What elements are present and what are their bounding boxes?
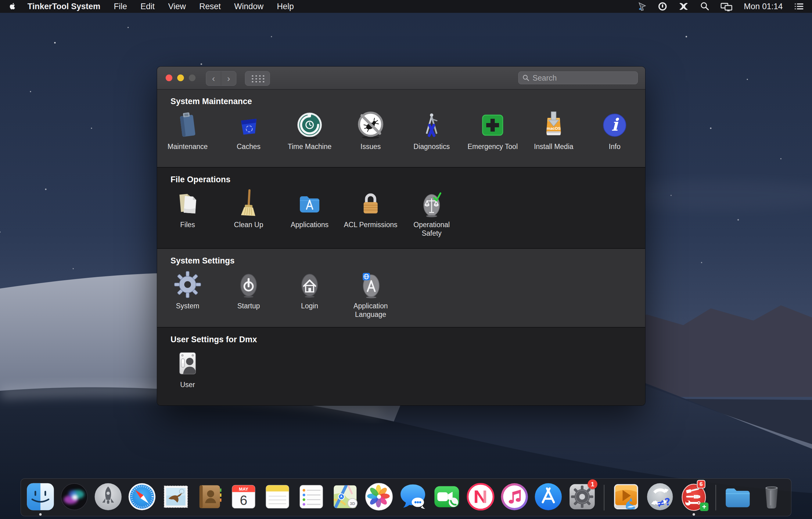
desktop: TinkerTool System FileEditViewResetWindo… (0, 0, 812, 519)
user-icon (173, 349, 202, 378)
dock-item-media-converter[interactable] (611, 479, 641, 516)
section-item-grid: SystemStartupLoginApplication Language (157, 270, 645, 319)
back-button[interactable]: ‹ (206, 72, 221, 85)
notification-list-icon[interactable] (794, 2, 804, 11)
dock-item-launchpad[interactable] (93, 479, 123, 516)
section-item-grid: User (157, 349, 645, 389)
menu-file[interactable]: File (114, 2, 127, 11)
pane-item-label: ACL Permissions (340, 220, 401, 229)
tinkertool-window: ‹ › System MaintenanceMaintenanceCachesT… (157, 66, 645, 405)
menu-reset[interactable]: Reset (199, 2, 221, 11)
pane-item-info[interactable]: iInfo (584, 111, 645, 151)
pane-item-applications[interactable]: Applications (279, 189, 340, 238)
section-title: System Maintenance (157, 89, 645, 106)
dock-item-messages[interactable] (398, 479, 428, 516)
dock-item-news[interactable] (465, 479, 496, 516)
apple-menu-icon[interactable] (8, 1, 17, 11)
pane-item-label: Caches (218, 142, 279, 151)
pointer-tool-icon[interactable] (637, 2, 647, 11)
section-system-maintenance: System MaintenanceMaintenanceCachesTime … (157, 89, 645, 167)
traffic-lights (166, 75, 196, 81)
svg-text:6: 6 (240, 493, 248, 508)
pane-item-system[interactable]: System (157, 270, 218, 319)
antivirus-x-icon[interactable] (678, 2, 689, 11)
dock-item-notes[interactable] (262, 479, 293, 516)
dock-item-itunes[interactable] (499, 479, 530, 516)
menubar: TinkerTool System FileEditViewResetWindo… (0, 0, 812, 13)
dock-item-contacts[interactable] (195, 479, 225, 516)
pane-item-application-language[interactable]: Application Language (340, 270, 401, 319)
section-title: File Operations (157, 168, 645, 184)
pane-item-emergency-tool[interactable]: Emergency Tool (462, 111, 523, 151)
pane-item-files[interactable]: Files (157, 189, 218, 238)
dock-item-downloads-folder[interactable] (723, 479, 753, 516)
emergency-tool-icon (478, 111, 507, 140)
plus-badge: + (700, 502, 708, 511)
pane-item-label: Time Machine (279, 142, 340, 151)
clean-up-icon (234, 189, 263, 218)
section-system-settings: System SettingsSystemStartupLoginApplica… (157, 248, 645, 327)
pane-item-label: Startup (218, 302, 279, 310)
pane-item-label: Applications (279, 220, 340, 229)
dock-item-mail[interactable] (161, 479, 191, 516)
dock-item-trash[interactable] (756, 479, 787, 516)
minimize-button[interactable] (177, 75, 184, 81)
pane-item-issues[interactable]: Issues (340, 111, 401, 151)
pane-item-diagnostics[interactable]: Diagnostics (401, 111, 462, 151)
dock-item-siri[interactable] (59, 479, 90, 516)
window-titlebar[interactable]: ‹ › (157, 66, 645, 89)
pane-item-label: System (157, 302, 218, 310)
dock-divider (716, 485, 716, 511)
application-language-icon (356, 270, 385, 299)
pane-item-acl-permissions[interactable]: ACL Permissions (340, 189, 401, 238)
spotlight-search-icon[interactable] (700, 2, 709, 11)
pane-item-time-machine[interactable]: Time Machine (279, 111, 340, 151)
pane-item-maintenance[interactable]: Maintenance (157, 111, 218, 151)
menu-window[interactable]: Window (234, 2, 264, 11)
pane-item-startup[interactable]: Startup (218, 270, 279, 319)
dock-item-facetime[interactable] (432, 479, 462, 516)
svg-text:macOS: macOS (547, 126, 561, 131)
menu-view[interactable]: View (168, 2, 186, 11)
dock-item-reminders[interactable] (296, 479, 327, 516)
close-button[interactable] (166, 75, 172, 81)
pane-item-caches[interactable]: Caches (218, 111, 279, 151)
dock-item-app-store[interactable] (533, 479, 564, 516)
show-all-panes-button[interactable] (245, 71, 270, 86)
pane-item-label: Diagnostics (401, 142, 462, 151)
dock-item-sync-utility[interactable]: ≠? (645, 479, 675, 516)
dock-item-tinkertool-system[interactable]: 6+ (679, 479, 709, 516)
section-item-grid: MaintenanceCachesTime MachineIssuesDiagn… (157, 111, 645, 151)
issues-icon (356, 111, 385, 140)
menubar-clock[interactable]: Mon 01:14 (744, 2, 783, 11)
acl-permissions-icon (356, 189, 385, 218)
history-nav: ‹ › (206, 71, 236, 86)
running-indicator (39, 513, 42, 516)
notification-badge: 1 (588, 479, 598, 489)
time-machine-icon (295, 111, 324, 140)
pane-item-login[interactable]: Login (279, 270, 340, 319)
menu-help[interactable]: Help (277, 2, 294, 11)
screen-mirroring-icon[interactable] (721, 2, 733, 11)
dock-item-photos[interactable] (364, 479, 395, 516)
pane-item-clean-up[interactable]: Clean Up (218, 189, 279, 238)
search-input[interactable] (532, 73, 634, 83)
dock-item-safari[interactable] (127, 479, 157, 516)
dock-item-calendar[interactable]: MAY6 (229, 479, 259, 516)
dock-item-system-preferences[interactable]: 1 (567, 479, 598, 516)
dock-item-finder[interactable] (25, 479, 56, 516)
power-circle-icon[interactable] (658, 2, 667, 11)
section-item-grid: FilesClean UpApplicationsACL Permissions… (157, 189, 645, 238)
menu-edit[interactable]: Edit (141, 2, 155, 11)
window-content: System MaintenanceMaintenanceCachesTime … (157, 89, 645, 405)
dock-item-maps[interactable]: 3D (330, 479, 360, 516)
menubar-status-area: Mon 01:14 (637, 2, 804, 11)
pane-item-label: Maintenance (157, 142, 218, 151)
app-menu-title[interactable]: TinkerTool System (27, 2, 100, 11)
pane-item-install-media[interactable]: macOSInstall Media (523, 111, 584, 151)
forward-button[interactable]: › (221, 72, 236, 85)
pane-item-operational-safety[interactable]: Operational Safety (401, 189, 462, 238)
pane-item-label: Info (584, 142, 645, 151)
section-title: User Settings for Dmx (157, 328, 645, 345)
pane-item-user[interactable]: User (157, 349, 218, 389)
